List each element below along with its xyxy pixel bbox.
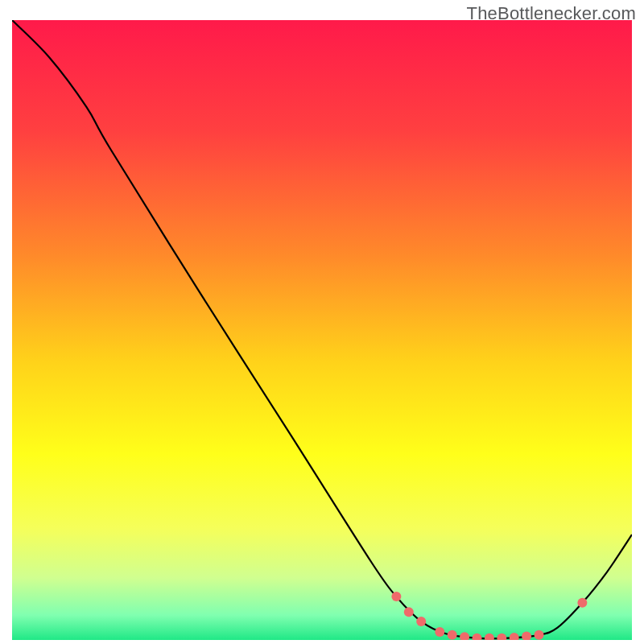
chart-svg [12,20,632,640]
curve-marker [404,607,414,617]
curve-marker [577,598,587,608]
curve-marker [435,627,444,637]
chart-background [12,20,632,640]
chart-plot-area [12,20,632,640]
chart-frame: TheBottlenecker.com [0,0,644,644]
curve-marker [416,617,426,626]
curve-marker [448,630,457,640]
curve-marker [535,630,544,640]
curve-marker [391,592,401,601]
watermark-text: TheBottlenecker.com [467,3,636,24]
